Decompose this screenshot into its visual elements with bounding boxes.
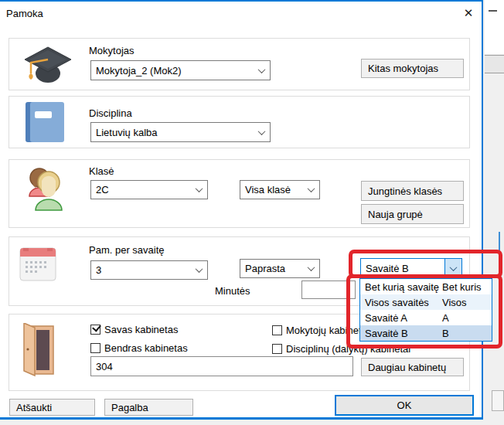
lesson-type-combobox[interactable]: Paprasta [240, 259, 320, 278]
class-value: 2C [91, 184, 190, 196]
room-number-input[interactable] [90, 356, 353, 376]
chevron-down-icon [190, 181, 207, 199]
checkbox-unchecked-icon [272, 325, 282, 335]
perweek-label: Pam. per savaitę [89, 244, 165, 256]
other-teacher-button[interactable]: Kitas mokytojas [361, 59, 464, 78]
cancel-button[interactable]: Atšaukti [9, 399, 95, 416]
teacher-combobox[interactable]: Mokytoja_2 (Mok2) [90, 60, 271, 80]
option-name: Visos savaitės [360, 297, 442, 308]
discipline-combobox[interactable]: Lietuvių kalba [90, 122, 271, 142]
class-combobox[interactable]: 2C [90, 180, 208, 199]
shared-room-checkbox[interactable]: Bendras kabinetas [90, 342, 188, 354]
discipline-rooms-checkbox[interactable]: Disciplinų (dalykų) kabinetai [272, 343, 410, 355]
background-selection-line [499, 232, 500, 257]
week-combobox[interactable]: Savaitė B [360, 258, 462, 278]
chevron-down-icon [302, 260, 319, 277]
week-dropdown-list: Bet kurią savaitę Bet kuris Visos savait… [359, 278, 492, 342]
option-name: Bet kurią savaitę [360, 281, 442, 293]
lesson-dialog: Pamoka ✕ Mokytojas Mokytoja_2 (Mok2) Kit… [0, 0, 483, 420]
teacher-value: Mokytoja_2 (Mok2) [91, 65, 253, 76]
minutes-label: Minutės [215, 285, 250, 297]
door-icon [21, 323, 55, 377]
own-room-checkbox[interactable]: Savas kabinetas [90, 324, 178, 335]
discipline-value: Lietuvių kalba [91, 127, 253, 138]
option-short: A [442, 312, 449, 324]
lesson-type-value: Paprasta [240, 263, 302, 274]
week-value: Savaitė B [361, 263, 444, 274]
checkbox-label: Savas kabinetas [104, 324, 178, 335]
class-scope-value: Visa klasė [240, 184, 302, 196]
perweek-combobox[interactable]: 3 [90, 260, 208, 280]
background-window [485, 0, 504, 425]
dropdown-option[interactable]: Bet kurią savaitę Bet kuris [360, 279, 492, 294]
option-short: Visos [442, 297, 467, 308]
dropdown-option[interactable]: Visos savaitės Visos [360, 294, 492, 310]
checkbox-label: Disciplinų (dalykų) kabinetai [286, 343, 410, 355]
checkbox-label: Bendras kabinetas [104, 342, 188, 354]
class-label: Klasė [89, 165, 114, 177]
option-name: Savaitė B [360, 328, 442, 339]
teacher-label: Mokytojas [89, 45, 135, 56]
calendar-icon [19, 246, 56, 281]
background-button-edge [492, 390, 504, 411]
discipline-label: Disciplina [89, 107, 132, 119]
checkbox-checked-icon [90, 325, 100, 335]
dropdown-option-selected[interactable]: Savaitė B B [360, 325, 492, 341]
teacher-rooms-checkbox[interactable]: Mokytojų kabinetai [272, 325, 369, 336]
new-group-button[interactable]: Nauja grupė [361, 204, 464, 224]
chevron-down-icon [253, 61, 270, 80]
checkbox-unchecked-icon [90, 343, 100, 353]
minimize-icon[interactable] [489, 10, 497, 12]
background-titlebar [485, 0, 504, 54]
students-icon [15, 164, 76, 212]
ok-button[interactable]: OK [335, 395, 474, 416]
perweek-value: 3 [91, 264, 190, 276]
book-icon [22, 100, 67, 144]
chevron-down-icon [190, 261, 207, 279]
chevron-down-icon [302, 181, 319, 199]
title-bar: Pamoka ✕ [0, 2, 482, 25]
graduation-cap-icon [19, 42, 71, 86]
option-short: Bet kuris [442, 281, 482, 293]
class-scope-combobox[interactable]: Visa klasė [240, 180, 320, 199]
background-toolbar [485, 55, 504, 73]
dropdown-option[interactable]: Savaitė A A [360, 310, 492, 325]
checkbox-label: Mokytojų kabinetai [286, 325, 369, 336]
dialog-title: Pamoka [6, 8, 43, 19]
more-rooms-button[interactable]: Daugiau kabinetų [361, 358, 464, 376]
checkbox-unchecked-icon [272, 344, 282, 354]
option-short: B [442, 328, 449, 339]
minutes-input[interactable] [301, 280, 356, 299]
help-button[interactable]: Pagalba [104, 399, 193, 416]
chevron-down-icon [444, 259, 461, 277]
chevron-down-icon [253, 123, 270, 141]
close-icon[interactable]: ✕ [459, 5, 478, 22]
joint-classes-button[interactable]: Jungtinės klasės [361, 181, 464, 201]
option-name: Savaitė A [360, 312, 442, 324]
